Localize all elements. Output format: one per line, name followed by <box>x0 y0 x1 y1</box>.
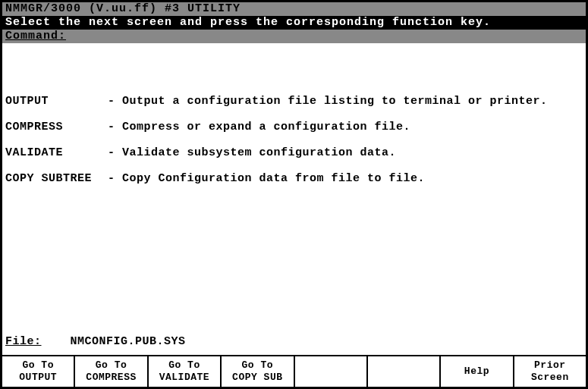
fkey-f7-help[interactable]: Help <box>441 356 514 387</box>
fkey-line1: Help <box>464 365 489 378</box>
fkey-f4-copy-sub[interactable]: Go To COPY SUB <box>222 356 294 387</box>
option-desc: - Output a configuration file listing to… <box>108 95 583 108</box>
fkey-line1: Go To <box>22 359 54 372</box>
option-row-copy-subtree: COPY SUBTREE - Copy Configuration data f… <box>5 172 583 186</box>
command-input[interactable] <box>66 30 583 43</box>
fkey-f5-blank[interactable] <box>295 356 368 387</box>
main-area: OUTPUT - Output a configuration file lis… <box>2 43 586 332</box>
command-line: Command: <box>2 30 586 43</box>
fkey-f8-prior-screen[interactable]: Prior Screen <box>514 356 586 387</box>
option-desc: - Validate subsystem configuration data. <box>108 146 583 160</box>
file-value: NMCONFIG.PUB.SYS <box>71 335 186 348</box>
option-row-output: OUTPUT - Output a configuration file lis… <box>5 95 583 108</box>
fkey-line2: VALIDATE <box>159 372 209 384</box>
fkey-f3-validate[interactable]: Go To VALIDATE <box>149 356 222 387</box>
fkey-line2: OUTPUT <box>19 372 57 384</box>
fkey-f1-output[interactable]: Go To OUTPUT <box>2 356 75 387</box>
file-label: File: <box>5 335 42 348</box>
option-desc: - Compress or expand a configuration fil… <box>108 121 583 134</box>
file-line: File: NMCONFIG.PUB.SYS <box>2 332 586 355</box>
option-row-compress: COMPRESS - Compress or expand a configur… <box>5 121 583 134</box>
option-name: COMPRESS <box>5 121 108 134</box>
instruction-line: Select the next screen and press the cor… <box>2 16 586 30</box>
fkey-line1: Prior <box>534 359 566 372</box>
fkey-line1: Go To <box>96 359 127 372</box>
header-block: NMMGR/3000 (V.uu.ff) #3 UTILITY Select t… <box>2 2 586 43</box>
option-name: COPY SUBTREE <box>5 172 108 186</box>
fkey-line2: COMPRESS <box>86 372 136 384</box>
fkey-f6-blank[interactable] <box>368 356 441 387</box>
option-desc: - Copy Configuration data from file to f… <box>108 172 583 186</box>
fkey-f2-compress[interactable]: Go To COMPRESS <box>75 356 148 387</box>
option-name: VALIDATE <box>5 146 108 160</box>
option-row-validate: VALIDATE - Validate subsystem configurat… <box>5 146 583 160</box>
fkey-line2: COPY SUB <box>232 372 282 384</box>
fkey-line2: Screen <box>531 372 569 384</box>
fkey-line1: Go To <box>242 359 274 372</box>
option-name: OUTPUT <box>5 95 108 108</box>
window-title: NMMGR/3000 (V.uu.ff) #3 UTILITY <box>2 2 586 16</box>
function-key-bar: Go To OUTPUT Go To COMPRESS Go To VALIDA… <box>2 355 586 387</box>
fkey-line1: Go To <box>168 359 200 372</box>
command-label: Command: <box>5 30 66 43</box>
